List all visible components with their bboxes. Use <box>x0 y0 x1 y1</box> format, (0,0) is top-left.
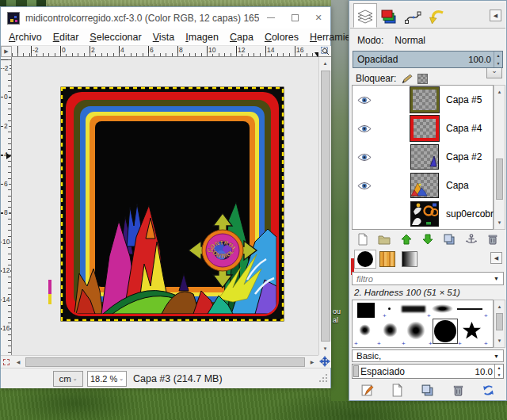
layer-thumbnail[interactable] <box>410 201 439 227</box>
dropdown-icon[interactable]: ▼ <box>494 276 499 281</box>
brush-tiny-dot[interactable] <box>388 307 391 310</box>
tab-channels[interactable] <box>377 6 401 28</box>
spacing-spinner[interactable]: ▲ ▼ <box>494 365 503 378</box>
spacing-slider-thumb[interactable] <box>353 365 359 377</box>
horizontal-scrollbar[interactable]: ◀ ▶ <box>12 355 318 368</box>
vertical-scroll-thumb[interactable] <box>321 71 330 342</box>
unit-selector[interactable]: cm ⌄ <box>53 371 83 387</box>
edit-brush-button[interactable] <box>360 384 374 397</box>
visibility-toggle[interactable] <box>353 124 376 133</box>
scroll-up-button[interactable]: ▲ <box>494 300 505 313</box>
new-layer-button[interactable] <box>356 233 369 246</box>
brush-smudge[interactable] <box>402 306 425 312</box>
scroll-right-button[interactable]: ▶ <box>306 356 318 368</box>
menu-imagen[interactable]: Imagen <box>180 30 224 44</box>
scroll-down-button[interactable]: ▼ <box>319 342 331 355</box>
close-button[interactable]: ✕ <box>307 7 330 29</box>
zoom-follow-window-toggle[interactable] <box>318 46 331 57</box>
scroll-left-button[interactable]: ◀ <box>12 356 25 368</box>
vertical-scrollbar[interactable]: ▲ ▼ <box>318 57 331 355</box>
quick-mask-toggle[interactable] <box>1 355 12 368</box>
opacity-slider[interactable]: Opacidad 100.0 ▲ ▼ <box>353 51 503 68</box>
brush-hardness100[interactable] <box>434 320 456 342</box>
tab-undo-history[interactable] <box>425 6 448 28</box>
layer-row-capa4[interactable]: Capa #4 <box>353 114 493 143</box>
spin-down-icon[interactable]: ▼ <box>494 59 502 67</box>
minimize-button[interactable] <box>259 7 283 29</box>
tab-gradients[interactable] <box>398 250 421 269</box>
scroll-up-button[interactable]: ▲ <box>494 86 505 98</box>
scroll-down-button[interactable]: ▼ <box>494 216 505 229</box>
layer-name[interactable]: Capa <box>446 180 469 191</box>
brush-scrollbar[interactable]: ▲ ▼ <box>494 300 505 348</box>
layer-row-capa5[interactable]: Capa #5 <box>353 86 493 114</box>
menu-capa[interactable]: Capa <box>224 30 259 44</box>
layer-thumbnail[interactable] <box>410 87 439 113</box>
brush-ellipse[interactable] <box>432 304 453 313</box>
brush-soft-medium[interactable] <box>383 323 398 338</box>
duplicate-brush-button[interactable] <box>421 384 434 397</box>
horizontal-scroll-thumb[interactable] <box>25 357 305 367</box>
brush-line[interactable] <box>457 308 482 310</box>
visibility-toggle[interactable] <box>353 153 376 162</box>
layers-scroll-thumb[interactable] <box>496 158 503 200</box>
refresh-brushes-button[interactable] <box>482 384 495 397</box>
layers-scrollbar[interactable]: ▲ ▼ <box>494 85 505 230</box>
menu-vista[interactable]: Vista <box>147 30 181 44</box>
duplicate-layer-button[interactable] <box>443 233 456 246</box>
layer-thumbnail[interactable] <box>410 116 439 141</box>
brush-scroll-thumb[interactable] <box>496 313 503 330</box>
menu-editar[interactable]: Editar <box>48 30 85 44</box>
layer-name[interactable]: Capa #2 <box>446 151 482 162</box>
brush-tab-menu-button[interactable]: ◀ <box>490 252 502 264</box>
layer-name[interactable]: Capa #5 <box>446 94 482 105</box>
visibility-toggle[interactable] <box>353 96 376 105</box>
visibility-toggle[interactable] <box>353 181 376 190</box>
ruler-corner-button[interactable]: ▶ <box>1 46 12 57</box>
brush-soft-small[interactable] <box>359 324 371 336</box>
canvas-viewport[interactable]: CONTROL CONTROL <box>12 57 318 355</box>
tab-brushes[interactable] <box>354 250 376 269</box>
brush-star[interactable] <box>462 321 482 341</box>
menu-colores[interactable]: Colores <box>259 30 304 44</box>
delete-brush-button[interactable] <box>452 384 465 397</box>
tab-patterns[interactable] <box>376 250 398 269</box>
menu-seleccionar[interactable]: Seleccionar <box>84 30 147 44</box>
lock-paint-icon[interactable] <box>401 73 413 85</box>
new-brush-button[interactable] <box>391 384 404 397</box>
tab-paths[interactable] <box>401 6 425 28</box>
vertical-ruler[interactable]: -2 0 2 4 6 8 10 12 14 16 <box>1 57 12 355</box>
layer-row-capa[interactable]: Capa <box>353 171 493 200</box>
layer-row-supercobra[interactable]: sup0ercobra <box>353 200 493 228</box>
layer-thumbnail[interactable] <box>410 173 439 198</box>
titlebar[interactable]: midicontrolcorregido.xcf-3.0 (Color RGB,… <box>1 7 330 29</box>
brush-filter-input[interactable]: filtro ▼ <box>352 272 504 285</box>
layer-thumbnail[interactable] <box>410 144 439 170</box>
spin-down-icon[interactable]: ▼ <box>495 372 503 379</box>
scroll-up-button[interactable]: ▲ <box>319 57 331 70</box>
raise-layer-button[interactable] <box>400 233 413 246</box>
lower-layer-button[interactable] <box>421 233 434 246</box>
lock-alpha-icon[interactable] <box>417 74 428 84</box>
delete-layer-button[interactable] <box>486 233 499 246</box>
spacing-slider[interactable]: Espaciado 10.0 ▲ ▼ <box>352 364 504 379</box>
opacity-spinner[interactable]: ▲ ▼ <box>494 52 502 67</box>
tab-menu-button[interactable]: ◀ <box>490 10 501 21</box>
maximize-button[interactable] <box>283 7 307 29</box>
spin-up-icon[interactable]: ▲ <box>495 365 503 372</box>
layer-row-capa2[interactable]: Capa #2 <box>353 143 493 171</box>
horizontal-ruler[interactable]: -2 0 2 4 6 8 10 12 14 16 <box>12 46 318 57</box>
window-resize-grip[interactable] <box>318 373 328 383</box>
brush-soft-large[interactable] <box>406 321 425 340</box>
menu-archivo[interactable]: Archivo <box>3 30 48 44</box>
anchor-layer-button[interactable] <box>465 233 478 246</box>
zoom-selector[interactable]: 18.2 % ⌄ <box>87 371 127 387</box>
spin-up-icon[interactable]: ▲ <box>494 52 502 59</box>
layer-name[interactable]: Capa #4 <box>446 123 482 134</box>
navigation-preview-button[interactable] <box>318 355 331 368</box>
brush-square[interactable] <box>357 303 375 318</box>
brush-group-dropdown[interactable]: Basic, ▼ <box>352 349 504 362</box>
tab-layers[interactable] <box>353 3 377 28</box>
layer-name[interactable]: sup0ercobra <box>446 208 499 220</box>
scroll-down-button[interactable]: ▼ <box>494 334 505 347</box>
